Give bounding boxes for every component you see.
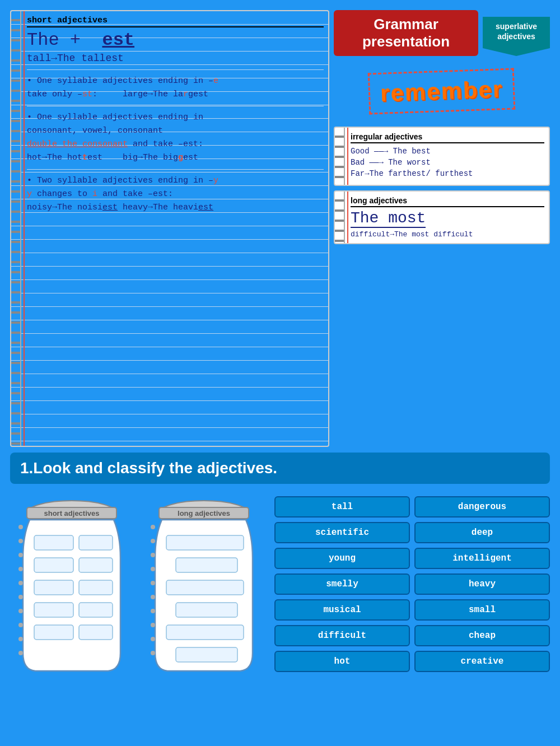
svg-text:long adjectives: long adjectives	[178, 509, 230, 517]
svg-point-20	[18, 623, 23, 627]
svg-rect-3	[34, 535, 73, 550]
svg-point-14	[18, 539, 23, 543]
svg-point-37	[151, 595, 155, 599]
svg-point-40	[151, 637, 155, 641]
activity-bar: 1.Look and classify the adjectives.	[10, 453, 550, 484]
irr-row-0: Good ——→ The best	[351, 147, 544, 156]
word-tag-12[interactable]: hot	[274, 651, 410, 672]
long-header: long adjectives	[351, 196, 544, 207]
word-tag-4[interactable]: young	[274, 548, 410, 569]
svg-point-19	[18, 609, 23, 613]
word-tag-5[interactable]: intelligent	[414, 548, 550, 569]
word-tag-3[interactable]: deep	[414, 522, 550, 543]
short-adj-jar-container: short adjectives	[10, 491, 133, 681]
word-tag-8[interactable]: musical	[274, 599, 410, 621]
svg-point-36	[151, 581, 155, 585]
svg-rect-4	[79, 535, 113, 550]
short-adj-header: short adjectives	[27, 16, 324, 27]
spiral-irregular	[335, 128, 345, 185]
svg-point-32	[151, 525, 155, 529]
svg-rect-5	[34, 558, 73, 572]
spiral-long	[335, 192, 345, 243]
svg-rect-27	[176, 558, 237, 572]
svg-rect-28	[166, 580, 244, 595]
top-section: short adjectives The + est tall→The tall…	[10, 10, 550, 447]
svg-point-38	[151, 609, 155, 613]
svg-point-13	[18, 525, 23, 529]
svg-point-18	[18, 595, 23, 599]
svg-rect-11	[34, 625, 73, 640]
svg-rect-9	[34, 603, 73, 617]
svg-point-22	[18, 651, 23, 655]
word-tag-1[interactable]: dangerous	[414, 496, 550, 517]
remember-row: remember	[334, 65, 550, 118]
spiral-left	[11, 11, 21, 446]
svg-point-15	[18, 553, 23, 557]
header-row: Grammar presentation superlative adjecti…	[334, 10, 550, 56]
rule-1: • One syllable adjectives ending in –e t…	[27, 74, 324, 101]
word-tag-0[interactable]: tall	[274, 496, 410, 517]
irr-row-2: Far→The farthest/ furthest	[351, 169, 544, 178]
irregular-notebook: irregular adjectives Good ——→ The best B…	[334, 127, 550, 186]
bottom-section: short adjectives	[10, 491, 550, 681]
long-example: difficult→The most difficult	[351, 230, 544, 239]
word-tag-10[interactable]: difficult	[274, 625, 410, 646]
svg-rect-30	[166, 625, 244, 640]
left-notebook: short adjectives The + est tall→The tall…	[10, 10, 329, 447]
irr-header: irregular adjectives	[351, 132, 544, 143]
svg-point-41	[151, 651, 155, 655]
word-tag-7[interactable]: heavy	[414, 574, 550, 595]
word-tag-9[interactable]: small	[414, 599, 550, 621]
right-column: Grammar presentation superlative adjecti…	[334, 10, 550, 447]
svg-point-35	[151, 567, 155, 571]
word-tag-2[interactable]: scientific	[274, 522, 410, 543]
svg-rect-10	[79, 603, 113, 617]
svg-point-17	[18, 581, 23, 585]
word-tags-area: talldangerousscientificdeepyoungintellig…	[274, 491, 550, 672]
word-tag-11[interactable]: cheap	[414, 625, 550, 646]
grammar-header: Grammar presentation	[334, 10, 478, 56]
irr-row-1: Bad ——→ The worst	[351, 158, 544, 167]
short-adj-formula: The + est	[27, 30, 324, 50]
svg-rect-8	[79, 580, 113, 595]
svg-point-21	[18, 637, 23, 641]
svg-point-16	[18, 567, 23, 571]
remember-stamp: remember	[368, 68, 516, 114]
svg-point-34	[151, 553, 155, 557]
main-container: short adjectives The + est tall→The tall…	[6, 6, 554, 686]
svg-rect-26	[166, 535, 244, 550]
long-formula: The most	[351, 209, 426, 228]
svg-rect-6	[79, 558, 113, 572]
rule-3: • Two syllable adjectives ending in –y y…	[27, 174, 324, 215]
long-adj-notebook: long adjectives The most difficult→The m…	[334, 190, 550, 244]
rule-2: • One syllable adjectives ending in cons…	[27, 111, 324, 165]
svg-point-39	[151, 623, 155, 627]
svg-rect-29	[176, 603, 237, 617]
word-tag-6[interactable]: smelly	[274, 574, 410, 595]
svg-point-33	[151, 539, 155, 543]
short-adj-example: tall→The tallest	[27, 53, 324, 64]
long-adj-jar-container: long adjectives	[142, 491, 265, 681]
svg-rect-12	[79, 625, 113, 640]
short-adj-jar-svg: short adjectives	[13, 491, 130, 681]
svg-rect-31	[176, 647, 237, 662]
superlative-tag: superlative adjectives	[483, 17, 550, 56]
remember-text: remember	[380, 76, 504, 107]
svg-text:short adjectives: short adjectives	[44, 509, 100, 517]
svg-rect-7	[34, 580, 73, 595]
word-tag-13[interactable]: creative	[414, 651, 550, 672]
long-adj-jar-svg: long adjectives	[145, 491, 263, 681]
